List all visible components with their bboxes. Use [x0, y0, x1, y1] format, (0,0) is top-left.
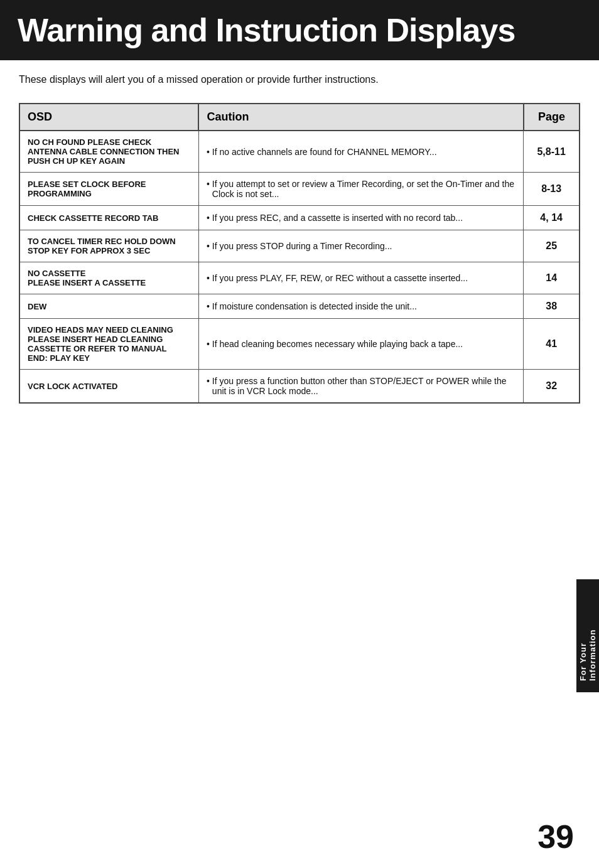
table-row: VCR LOCK ACTIVATED•If you press a functi…: [19, 370, 580, 404]
caution-cell-7: •If you press a function button other th…: [198, 370, 523, 404]
bullet-icon: •: [207, 179, 210, 189]
caution-cell-5: •If moisture condensation is detected in…: [198, 294, 523, 319]
caution-text-7: •If you press a function button other th…: [207, 376, 515, 396]
table-row: PLEASE SET CLOCK BEFOREPROGRAMMING•If yo…: [19, 173, 580, 206]
col-header-caution: Caution: [198, 104, 523, 131]
caution-content-7: If you press a function button other tha…: [212, 376, 515, 396]
page-cell-2: 4, 14: [524, 206, 580, 230]
osd-cell-7: VCR LOCK ACTIVATED: [19, 370, 198, 404]
bullet-icon: •: [207, 301, 210, 311]
col-header-osd: OSD: [19, 104, 198, 131]
osd-cell-1: PLEASE SET CLOCK BEFOREPROGRAMMING: [19, 173, 198, 206]
page-cell-1: 8-13: [524, 173, 580, 206]
osd-cell-4: NO CASSETTEPLEASE INSERT A CASSETTE: [19, 262, 198, 294]
bullet-icon: •: [207, 147, 210, 157]
page-number: 39: [537, 818, 574, 855]
page-container: Warning and Instruction Displays These d…: [0, 0, 599, 868]
osd-cell-0: NO CH FOUND PLEASE CHECKANTENNA CABLE CO…: [19, 131, 198, 173]
caution-content-2: If you press REC, and a cassette is inse…: [212, 213, 463, 223]
table-row: VIDEO HEADS MAY NEED CLEANINGPLEASE INSE…: [19, 319, 580, 370]
table-row: TO CANCEL TIMER REC HOLD DOWNSTOP KEY FO…: [19, 230, 580, 262]
caution-cell-0: •If no active channels are found for CHA…: [198, 131, 523, 173]
page-cell-6: 41: [524, 319, 580, 370]
page-cell-3: 25: [524, 230, 580, 262]
caution-text-6: •If head cleaning becomes necessary whil…: [207, 339, 515, 349]
side-tab: For Your Information: [576, 579, 599, 692]
page-cell-7: 32: [524, 370, 580, 404]
caution-text-3: •If you press STOP during a Timer Record…: [207, 241, 515, 251]
table-row: DEW•If moisture condensation is detected…: [19, 294, 580, 319]
table-row: CHECK CASSETTE RECORD TAB•If you press R…: [19, 206, 580, 230]
caution-content-6: If head cleaning becomes necessary while…: [212, 339, 463, 349]
caution-content-1: If you attempt to set or review a Timer …: [212, 179, 515, 199]
warning-table: OSD Caution Page NO CH FOUND PLEASE CHEC…: [19, 103, 580, 404]
caution-cell-4: •If you press PLAY, FF, REW, or REC with…: [198, 262, 523, 294]
page-cell-4: 14: [524, 262, 580, 294]
osd-cell-2: CHECK CASSETTE RECORD TAB: [19, 206, 198, 230]
table-row: NO CASSETTEPLEASE INSERT A CASSETTE•If y…: [19, 262, 580, 294]
bullet-icon: •: [207, 273, 210, 283]
table-row: NO CH FOUND PLEASE CHECKANTENNA CABLE CO…: [19, 131, 580, 173]
page-cell-5: 38: [524, 294, 580, 319]
caution-text-4: •If you press PLAY, FF, REW, or REC with…: [207, 273, 515, 283]
caution-cell-1: •If you attempt to set or review a Timer…: [198, 173, 523, 206]
col-header-page: Page: [524, 104, 580, 131]
osd-cell-3: TO CANCEL TIMER REC HOLD DOWNSTOP KEY FO…: [19, 230, 198, 262]
caution-cell-6: •If head cleaning becomes necessary whil…: [198, 319, 523, 370]
page-header: Warning and Instruction Displays: [0, 0, 599, 60]
caution-cell-2: •If you press REC, and a cassette is ins…: [198, 206, 523, 230]
caution-text-1: •If you attempt to set or review a Timer…: [207, 179, 515, 199]
page-title: Warning and Instruction Displays: [18, 11, 581, 49]
page-cell-0: 5,8-11: [524, 131, 580, 173]
caution-cell-3: •If you press STOP during a Timer Record…: [198, 230, 523, 262]
caution-content-5: If moisture condensation is detected ins…: [212, 301, 417, 311]
bullet-icon: •: [207, 339, 210, 349]
bullet-icon: •: [207, 241, 210, 251]
caution-content-0: If no active channels are found for CHAN…: [212, 147, 437, 157]
caution-content-4: If you press PLAY, FF, REW, or REC witho…: [212, 273, 468, 283]
bullet-icon: •: [207, 213, 210, 223]
caution-text-2: •If you press REC, and a cassette is ins…: [207, 213, 515, 223]
caution-text-5: •If moisture condensation is detected in…: [207, 301, 515, 311]
bullet-icon: •: [207, 376, 210, 386]
osd-cell-5: DEW: [19, 294, 198, 319]
intro-text: These displays will alert you of a misse…: [19, 74, 580, 85]
caution-content-3: If you press STOP during a Timer Recordi…: [212, 241, 392, 251]
page-number-container: 39: [537, 818, 574, 855]
table-header-row: OSD Caution Page: [19, 104, 580, 131]
caution-text-0: •If no active channels are found for CHA…: [207, 147, 515, 157]
osd-cell-6: VIDEO HEADS MAY NEED CLEANINGPLEASE INSE…: [19, 319, 198, 370]
